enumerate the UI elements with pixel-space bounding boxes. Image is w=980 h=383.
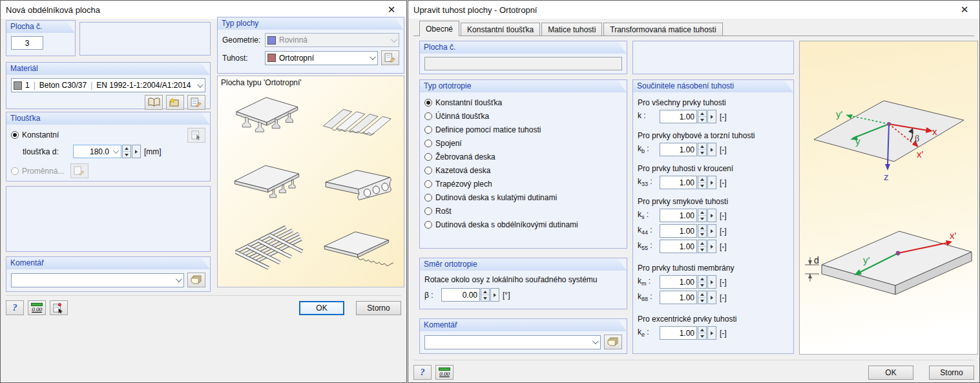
new-material-button[interactable] — [166, 95, 184, 110]
units-button[interactable]: 0.00 — [435, 365, 454, 380]
tab-transformovana-matice[interactable]: Transformovaná matice tuhosti — [603, 23, 722, 36]
tab-matice-tuhosti[interactable]: Matice tuhosti — [541, 23, 602, 36]
comment-combo[interactable] — [11, 273, 184, 287]
tab-konstantni-tloustka[interactable]: Konstantní tloušťka — [461, 23, 540, 36]
cancel-button[interactable]: Storno — [356, 301, 401, 315]
radio-konstantni-tloustka[interactable]: Konstantní tloušťka — [424, 96, 622, 109]
factor-detail-button[interactable] — [707, 176, 716, 189]
factor-detail-button[interactable] — [707, 291, 716, 304]
radio-definice-matice[interactable]: Definice pomocí matice tuhosti — [424, 123, 622, 136]
factor-field[interactable] — [660, 275, 697, 289]
thickness-detail-button[interactable] — [132, 145, 141, 158]
radio-constant-thickness[interactable]: Konstantní — [11, 128, 59, 141]
material-library-button[interactable] — [145, 95, 163, 110]
factor-field[interactable] — [660, 224, 697, 238]
factor-detail-button[interactable] — [707, 240, 716, 253]
comment-group: Komentář — [419, 318, 627, 354]
radio-variable-thickness[interactable]: Proměnná... — [11, 164, 64, 178]
stiffness-combo[interactable]: Ortotropní — [265, 51, 378, 65]
factor-input-ke[interactable] — [660, 327, 696, 339]
ok-button[interactable]: OK — [868, 366, 913, 380]
comment-presets-button[interactable] — [604, 335, 622, 349]
help-button[interactable]: ? — [413, 365, 432, 380]
factor-detail-button[interactable] — [707, 209, 716, 222]
factor-spinner[interactable] — [698, 143, 707, 156]
factor-input-km[interactable] — [660, 276, 696, 288]
edit-variable-thickness-button[interactable] — [70, 163, 89, 178]
factor-detail-button[interactable] — [707, 224, 716, 238]
radio-kazetova-deska[interactable]: Kazetová deska — [424, 163, 622, 177]
radio-rost[interactable]: Rošt — [424, 204, 622, 218]
thickness-field[interactable] — [73, 145, 121, 158]
factor-row-k: k : [-] — [638, 110, 789, 123]
thickness-input[interactable] — [74, 145, 111, 158]
chevron-down-icon[interactable] — [194, 79, 205, 92]
beta-detail-button[interactable] — [490, 288, 499, 302]
close-icon[interactable]: ✕ — [955, 2, 974, 17]
factor-spinner[interactable] — [698, 176, 707, 189]
titlebar[interactable]: Nová obdélníková plocha ✕ — [1, 1, 406, 19]
beta-symbol: β — [424, 291, 429, 300]
factor-field[interactable] — [660, 176, 697, 189]
factor-field[interactable] — [660, 143, 697, 156]
factor-input-k88[interactable] — [660, 291, 696, 304]
factor-input-k44[interactable] — [660, 225, 696, 237]
radio-dutinova-kulate[interactable]: Dutinová deska s kulatými dutinami — [424, 191, 622, 204]
radio-spojeni[interactable]: Spojení — [424, 136, 622, 150]
titlebar[interactable]: Upravit tuhost plochy - Ortotropní ✕ — [408, 1, 979, 19]
cancel-button[interactable]: Storno — [929, 366, 974, 380]
factor-input-k55[interactable] — [660, 240, 696, 253]
new-document-icon — [169, 98, 181, 107]
surface-number-input[interactable] — [11, 36, 43, 50]
beta-input[interactable] — [442, 289, 479, 301]
pick-surface-button[interactable] — [50, 300, 68, 315]
factor-spinner[interactable] — [698, 209, 707, 222]
radio-dutinova-obdelnikove[interactable]: Dutinová deska s obdélníkovými dutinami — [424, 218, 622, 231]
pick-thickness-button[interactable] — [187, 128, 205, 143]
edit-material-button[interactable] — [187, 95, 205, 110]
material-combo[interactable]: 1 | Beton C30/37 | EN 1992-1-1:2004/A1:2… — [11, 78, 205, 92]
comment-combo[interactable] — [424, 335, 601, 349]
factor-detail-button[interactable] — [707, 110, 716, 123]
factor-row-k33: k33 : [-] — [638, 176, 789, 189]
chevron-down-icon[interactable] — [589, 336, 600, 349]
factor-field[interactable] — [660, 209, 697, 222]
help-button[interactable]: ? — [6, 300, 24, 315]
chevron-down-icon[interactable] — [111, 145, 121, 158]
close-icon[interactable]: ✕ — [382, 2, 401, 17]
radio-ucinna-tloustka[interactable]: Účinná tloušťka — [424, 109, 622, 123]
comment-presets-button[interactable] — [187, 273, 205, 287]
tab-obecne[interactable]: Obecné — [419, 21, 459, 36]
factor-spinner[interactable] — [698, 110, 707, 123]
factor-field[interactable] — [660, 291, 697, 304]
units-label: 0.00 — [32, 306, 42, 313]
thickness-spinner[interactable] — [122, 145, 131, 158]
material-color-swatch — [14, 81, 22, 90]
factor-field[interactable] — [660, 326, 697, 340]
factor-detail-button[interactable] — [707, 275, 716, 289]
factor-detail-button[interactable] — [707, 143, 716, 156]
chevron-down-icon[interactable] — [172, 274, 183, 287]
ok-button[interactable]: OK — [299, 301, 344, 315]
factor-spinner[interactable] — [698, 291, 707, 304]
edit-stiffness-button[interactable] — [381, 50, 399, 65]
factor-spinner[interactable] — [698, 275, 707, 289]
factor-spinner[interactable] — [698, 240, 707, 253]
units-button[interactable]: 0.00 — [28, 300, 46, 315]
factor-input-kb[interactable] — [660, 143, 696, 156]
radio-dot — [424, 126, 432, 134]
beta-spinner[interactable] — [481, 288, 490, 302]
factor-input-k[interactable] — [660, 110, 696, 123]
factor-input-k33[interactable] — [660, 176, 696, 189]
factor-spinner[interactable] — [698, 326, 707, 340]
factor-spinner[interactable] — [698, 224, 707, 238]
chevron-down-icon[interactable] — [366, 52, 377, 65]
factor-field[interactable] — [660, 240, 697, 253]
radio-trapezovy-plech[interactable]: Trapézový plech — [424, 177, 622, 191]
radio-zebrovana-deska[interactable]: Žebrovaná deska — [424, 150, 622, 163]
factor-input-ks[interactable] — [660, 209, 696, 222]
factor-field[interactable] — [660, 110, 697, 123]
beta-field[interactable] — [441, 288, 480, 302]
factor-detail-button[interactable] — [707, 326, 716, 340]
thickness-unit: [mm] — [144, 147, 162, 156]
